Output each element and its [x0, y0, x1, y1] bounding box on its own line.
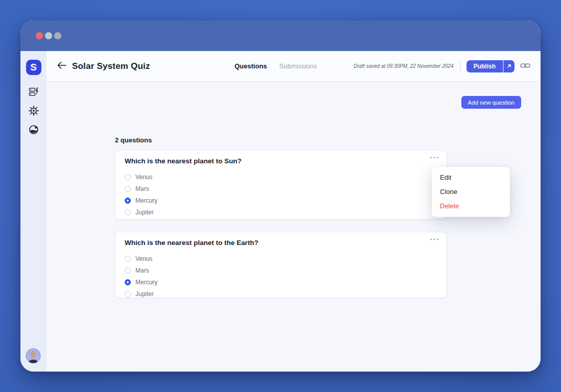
option-label: Venus	[135, 174, 152, 181]
option-label: Mars	[135, 185, 149, 192]
option-label: Mercury	[135, 197, 157, 204]
option-jupiter[interactable]: Jupiter	[123, 206, 437, 218]
questions-count: 2 questions	[115, 136, 152, 144]
close-window-icon[interactable]	[36, 32, 43, 39]
copy-link-button[interactable]	[519, 60, 531, 72]
header-actions: Draft saved at 09:30PM, 22 November 2024…	[354, 51, 531, 81]
menu-item-clone[interactable]: Clone	[432, 185, 510, 199]
divider	[460, 61, 461, 71]
option-jupiter[interactable]: Jupiter	[123, 288, 437, 300]
back-button[interactable]	[56, 61, 67, 72]
option-venus[interactable]: Venus	[123, 171, 437, 183]
question-card-2: Which is the nearest planet to the Earth…	[115, 232, 447, 298]
radio-unselected[interactable]	[125, 209, 131, 215]
main-column: Solar System Quiz Questions Submissions …	[46, 51, 541, 372]
sidebar-item-settings[interactable]	[29, 107, 39, 117]
user-avatar[interactable]	[26, 348, 41, 363]
maximize-window-icon[interactable]	[54, 32, 61, 39]
globe-icon	[29, 125, 39, 137]
draft-status: Draft saved at 09:30PM, 22 November 2024	[354, 63, 454, 69]
question-title: Which is the nearest planet to the Earth…	[123, 239, 437, 247]
link-icon	[520, 62, 530, 71]
radio-selected[interactable]	[125, 198, 131, 204]
option-label: Mars	[135, 267, 149, 274]
radio-unselected[interactable]	[125, 256, 131, 262]
menu-item-delete[interactable]: Delete	[432, 199, 510, 213]
browser-window: S	[20, 20, 541, 372]
option-mercury[interactable]: Mercury	[123, 194, 437, 206]
header-tabs: Questions Submissions	[235, 51, 317, 81]
option-mars[interactable]: Mars	[123, 264, 437, 276]
publish-split-button: Publish	[466, 60, 515, 72]
add-new-question-button[interactable]: Add new question	[461, 96, 521, 109]
page-title: Solar System Quiz	[72, 61, 150, 71]
sidebar-nav	[20, 88, 46, 136]
app-logo[interactable]: S	[26, 60, 41, 75]
menu-item-edit[interactable]: Edit	[432, 170, 510, 185]
option-label: Venus	[135, 255, 152, 262]
arrow-left-icon	[57, 62, 66, 71]
publish-options-button[interactable]	[503, 60, 515, 72]
radio-unselected[interactable]	[125, 186, 131, 192]
settings-icon	[29, 106, 39, 118]
arrow-up-right-icon	[506, 62, 512, 71]
minimize-window-icon[interactable]	[45, 32, 52, 39]
quiz-list-icon	[29, 87, 39, 99]
options-list: Venus Mars Mercury Jupiter	[123, 171, 437, 218]
option-mars[interactable]: Mars	[123, 183, 437, 194]
options-list: Venus Mars Mercury Jupiter	[123, 253, 437, 300]
option-label: Jupiter	[135, 209, 154, 216]
app-region: S	[20, 51, 541, 372]
logo-letter: S	[30, 62, 37, 73]
sidebar: S	[20, 51, 46, 372]
question-title: Which is the nearest planet to Sun?	[123, 157, 437, 165]
content-area: Add new question 2 questions Which is th…	[46, 82, 541, 372]
sidebar-item-questions[interactable]	[29, 88, 39, 98]
question-context-menu: Edit Clone Delete	[432, 167, 510, 217]
option-label: Mercury	[135, 279, 157, 286]
tab-questions[interactable]: Questions	[235, 62, 267, 70]
sidebar-item-globe[interactable]	[29, 126, 39, 136]
radio-unselected[interactable]	[125, 267, 131, 274]
option-label: Jupiter	[135, 290, 154, 298]
radio-unselected[interactable]	[125, 174, 131, 180]
question-menu-button[interactable]: ···	[430, 235, 440, 243]
window-titlebar	[20, 20, 541, 51]
question-card-1: Which is the nearest planet to Sun? Venu…	[115, 150, 447, 219]
radio-selected[interactable]	[125, 279, 131, 285]
tab-submissions[interactable]: Submissions	[279, 62, 317, 70]
option-mercury[interactable]: Mercury	[123, 276, 437, 288]
radio-unselected[interactable]	[125, 291, 131, 297]
page-header: Solar System Quiz Questions Submissions …	[46, 51, 541, 82]
question-menu-button[interactable]: ···	[430, 154, 440, 162]
publish-button[interactable]: Publish	[466, 60, 503, 72]
option-venus[interactable]: Venus	[123, 253, 437, 264]
